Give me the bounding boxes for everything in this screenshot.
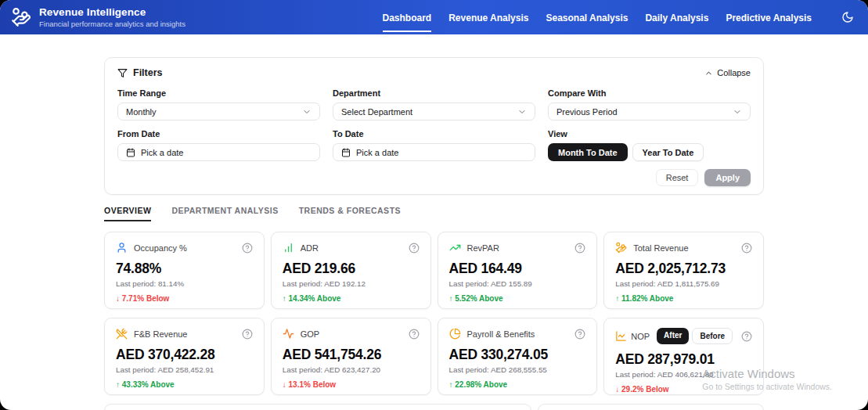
apply-button[interactable]: Apply xyxy=(704,169,751,186)
kpi-delta: ↑ 11.82% Above xyxy=(615,294,752,303)
to-date-picker[interactable]: Pick a date xyxy=(333,143,535,161)
help-icon[interactable] xyxy=(741,331,752,342)
kpi-label: F&B Revenue xyxy=(134,329,187,339)
chart-card-left-partial xyxy=(104,404,531,410)
section-tabs: OVERVIEW DEPARTMENT ANALYSIS TRENDS & FO… xyxy=(104,206,764,221)
view-field: View Month To Date Year To Date xyxy=(548,129,751,161)
main-nav: Dashboard Revenue Analysis Seasonal Anal… xyxy=(383,2,854,32)
moon-icon[interactable] xyxy=(841,11,854,23)
calendar-icon xyxy=(341,148,351,157)
chart-row-partial xyxy=(104,404,764,410)
help-icon[interactable] xyxy=(242,243,253,254)
kpi-label: GOP xyxy=(301,329,319,339)
kpi-label: Total Revenue xyxy=(633,243,688,253)
chevron-down-icon xyxy=(733,107,742,117)
tab-trends-forecasts[interactable]: TRENDS & FORECASTS xyxy=(299,206,401,221)
app-subtitle: Financial performance analytics and insi… xyxy=(39,20,185,28)
tab-overview[interactable]: OVERVIEW xyxy=(104,206,151,221)
kpi-label: NOP xyxy=(631,332,650,341)
time-range-select[interactable]: Monthly xyxy=(117,102,320,120)
kpi-card-adr: ADR AED 219.66 Last period: AED 192.12 ↑… xyxy=(271,232,431,309)
activity-icon xyxy=(283,328,294,340)
kpi-delta: ↓ 29.2% Below xyxy=(615,385,752,394)
time-range-field: Time Range Monthly xyxy=(117,88,320,120)
department-field: Department Select Department xyxy=(333,88,535,120)
kpi-last-period: Last period: AED 258,452.91 xyxy=(116,365,253,374)
to-date-field: To Date Pick a date xyxy=(333,129,535,161)
kpi-value: AED 164.49 xyxy=(449,261,586,277)
department-label: Department xyxy=(333,88,535,98)
pie-chart-icon xyxy=(449,328,461,340)
kpi-last-period: Last period: AED 192.12 xyxy=(283,279,420,288)
filters-panel: Filters Collapse Time Range Monthly Depa… xyxy=(104,57,764,195)
app-title: Revenue Intelligence xyxy=(39,6,185,18)
help-icon[interactable] xyxy=(574,329,585,340)
view-month-to-date-button[interactable]: Month To Date xyxy=(548,143,628,161)
kpi-value: AED 2,025,712.73 xyxy=(615,261,752,277)
from-date-picker[interactable]: Pick a date xyxy=(117,143,320,161)
kpi-label: ADR xyxy=(301,243,319,253)
kpi-last-period: Last period: AED 1,811,575.69 xyxy=(615,279,752,288)
help-icon[interactable] xyxy=(574,243,585,254)
compare-with-label: Compare With xyxy=(548,88,751,98)
kpi-delta: ↑ 43.33% Above xyxy=(116,380,253,389)
kpi-last-period: Last period: AED 268,555.55 xyxy=(449,365,586,374)
chevron-down-icon xyxy=(302,107,312,117)
top-navbar: Revenue Intelligence Financial performan… xyxy=(0,0,868,34)
trending-up-icon xyxy=(449,242,461,254)
kpi-value: AED 287,979.01 xyxy=(615,351,752,368)
department-select[interactable]: Select Department xyxy=(333,102,535,120)
tab-department-analysis[interactable]: DEPARTMENT ANALYSIS xyxy=(171,206,278,221)
from-date-field: From Date Pick a date xyxy=(117,129,320,161)
kpi-last-period: Last period: AED 155.89 xyxy=(449,279,586,288)
help-icon[interactable] xyxy=(242,329,253,340)
utensils-crossed-icon xyxy=(116,328,128,340)
from-date-label: From Date xyxy=(117,129,320,138)
kpi-last-period: Last period: 81.14% xyxy=(116,279,253,288)
nav-item-predictive-analysis[interactable]: Predictive Analysis xyxy=(726,2,812,32)
filters-title: Filters xyxy=(117,67,163,78)
compare-with-select[interactable]: Previous Period xyxy=(548,102,751,120)
help-icon[interactable] xyxy=(409,329,420,340)
collapse-button[interactable]: Collapse xyxy=(704,68,751,77)
to-date-label: To Date xyxy=(333,129,535,138)
hand-coins-logo-icon xyxy=(11,7,31,27)
kpi-label: RevPAR xyxy=(467,243,499,253)
kpi-last-period: Last period: AED 623,427.20 xyxy=(283,365,420,374)
kpi-card-revpar: RevPAR AED 164.49 Last period: AED 155.8… xyxy=(438,232,598,309)
kpi-delta: ↓ 7.71% Below xyxy=(116,294,253,303)
bar-chart-icon xyxy=(283,242,294,254)
kpi-card-occupancy: Occupancy % 74.88% Last period: 81.14% ↓… xyxy=(104,232,265,309)
brand: Revenue Intelligence Financial performan… xyxy=(11,6,185,28)
kpi-card-nop: NOP After Before AED 287,979.01 Last per… xyxy=(603,318,764,395)
kpi-value: AED 330,274.05 xyxy=(449,347,586,363)
kpi-delta: ↑ 14.34% Above xyxy=(283,294,420,303)
nav-item-daily-analysis[interactable]: Daily Analysis xyxy=(645,2,708,32)
time-range-label: Time Range xyxy=(117,88,320,98)
kpi-value: AED 370,422.28 xyxy=(116,347,253,363)
view-year-to-date-button[interactable]: Year To Date xyxy=(632,143,704,161)
kpi-card-grid: Occupancy % 74.88% Last period: 81.14% ↓… xyxy=(104,232,764,395)
reset-button[interactable]: Reset xyxy=(656,169,699,186)
line-chart-icon xyxy=(615,330,627,342)
kpi-card-fb-revenue: F&B Revenue AED 370,422.28 Last period: … xyxy=(104,318,265,395)
nop-after-button[interactable]: After xyxy=(657,328,689,344)
nav-item-seasonal-analysis[interactable]: Seasonal Analysis xyxy=(546,2,628,32)
kpi-delta: ↓ 13.1% Below xyxy=(283,380,420,389)
kpi-last-period: Last period: AED 406,621.80 xyxy=(615,370,752,379)
help-icon[interactable] xyxy=(409,243,420,254)
nop-toggle: After Before xyxy=(657,328,733,344)
calendar-icon xyxy=(126,148,135,157)
nav-item-revenue-analysis[interactable]: Revenue Analysis xyxy=(448,2,528,32)
kpi-value: AED 219.66 xyxy=(283,261,420,277)
help-icon[interactable] xyxy=(741,243,752,254)
kpi-label: Occupancy % xyxy=(134,243,187,253)
nav-item-dashboard[interactable]: Dashboard xyxy=(383,2,432,32)
kpi-card-gop: GOP AED 541,754.26 Last period: AED 623,… xyxy=(271,318,431,395)
hand-coins-icon xyxy=(615,242,627,254)
chevron-up-icon xyxy=(704,69,713,77)
kpi-delta: ↑ 5.52% Above xyxy=(449,294,586,303)
kpi-value: 74.88% xyxy=(116,261,253,277)
nop-before-button[interactable]: Before xyxy=(692,328,733,344)
kpi-card-payroll-benefits: Payroll & Benefits AED 330,274.05 Last p… xyxy=(438,318,598,395)
